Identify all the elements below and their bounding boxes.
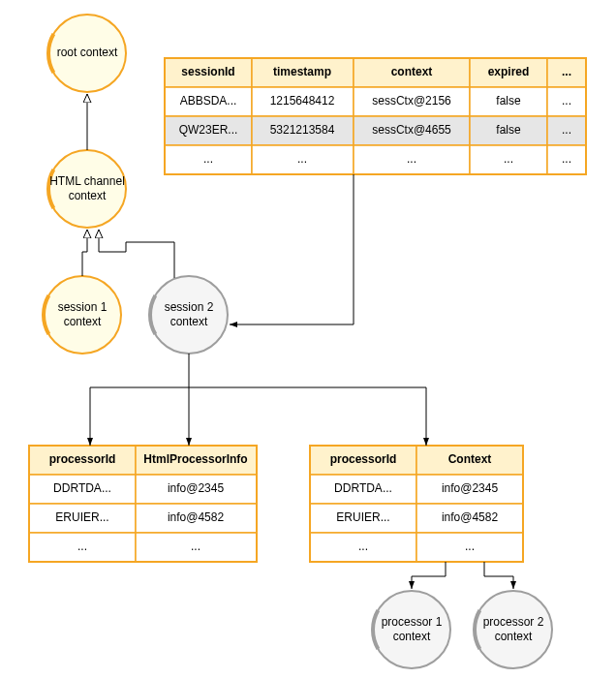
right-c: ... bbox=[465, 540, 475, 553]
session-c: ... bbox=[504, 152, 513, 166]
right-h1: Context bbox=[448, 452, 492, 466]
processor1-node: processor 1 context bbox=[373, 591, 450, 668]
processor2-label2: context bbox=[495, 630, 533, 643]
session1-label2: context bbox=[64, 315, 102, 328]
session-c: sessCtx@4655 bbox=[372, 123, 451, 137]
edge-s2-right bbox=[189, 387, 426, 446]
edge-rt-p1 bbox=[412, 562, 446, 589]
session-c: ... bbox=[297, 152, 307, 166]
left-h0: processorId bbox=[49, 452, 116, 466]
session1-node: session 1 context bbox=[44, 276, 121, 354]
left-c: ... bbox=[191, 540, 200, 553]
session-c: 1215648412 bbox=[270, 94, 335, 108]
context-processor-table: processorId Context DDRTDA... info@2345 … bbox=[310, 446, 523, 562]
edge-s2-up bbox=[126, 242, 174, 278]
left-c: info@4582 bbox=[168, 510, 225, 524]
html-channel-node: HTML channel context bbox=[48, 150, 126, 228]
edge-rt-p2 bbox=[484, 562, 513, 589]
session-c: false bbox=[496, 94, 521, 108]
right-c: ERUIER... bbox=[336, 510, 389, 524]
session2-label1: session 2 bbox=[165, 300, 214, 314]
session-c: sessCtx@2156 bbox=[372, 94, 451, 108]
session-c: ABBSDA... bbox=[180, 94, 237, 108]
edge-s2h-html bbox=[99, 230, 126, 252]
left-c: ERUIER... bbox=[55, 510, 108, 524]
html-processor-table: processorId HtmlProcessorInfo DDRTDA... … bbox=[29, 446, 257, 562]
session-c: ... bbox=[203, 152, 213, 166]
session-h4: ... bbox=[562, 65, 571, 78]
right-c: info@2345 bbox=[442, 481, 499, 495]
right-h0: processorId bbox=[330, 452, 397, 466]
right-c: info@4582 bbox=[442, 510, 499, 524]
session-table: sessionId timestamp context expired ... … bbox=[165, 58, 586, 174]
session-c: ... bbox=[562, 94, 571, 108]
session-h0: sessionId bbox=[181, 65, 234, 78]
left-c: info@2345 bbox=[168, 481, 225, 495]
root-context-node: root context bbox=[48, 15, 126, 92]
html-channel-label1: HTML channel bbox=[49, 174, 125, 188]
processor2-node: processor 2 context bbox=[475, 591, 552, 668]
session2-node: session 2 context bbox=[150, 276, 228, 354]
session-c: QW23ER... bbox=[179, 123, 238, 137]
session-c: ... bbox=[407, 152, 416, 166]
session-c: ... bbox=[562, 152, 571, 166]
right-c: DDRTDA... bbox=[334, 481, 392, 495]
edge-s1-html bbox=[82, 230, 87, 276]
session2-label2: context bbox=[170, 315, 208, 328]
session-c: 5321213584 bbox=[270, 123, 335, 137]
edge-s2-left bbox=[90, 354, 189, 446]
session-h2: context bbox=[391, 65, 433, 78]
left-h1: HtmlProcessorInfo bbox=[143, 452, 247, 466]
html-channel-label2: context bbox=[69, 189, 107, 202]
left-c: ... bbox=[77, 540, 87, 553]
root-context-label: root context bbox=[57, 46, 118, 59]
left-c: DDRTDA... bbox=[53, 481, 111, 495]
session-c: ... bbox=[562, 123, 571, 137]
session-h1: timestamp bbox=[273, 65, 331, 78]
processor1-label2: context bbox=[393, 630, 431, 643]
processor2-label1: processor 2 bbox=[483, 615, 544, 629]
session1-label1: session 1 bbox=[58, 300, 108, 314]
session-c: false bbox=[496, 123, 521, 137]
edge-tbl-s2 bbox=[230, 174, 354, 324]
session-h3: expired bbox=[488, 65, 530, 78]
processor1-label1: processor 1 bbox=[382, 615, 443, 629]
right-c: ... bbox=[358, 540, 368, 553]
